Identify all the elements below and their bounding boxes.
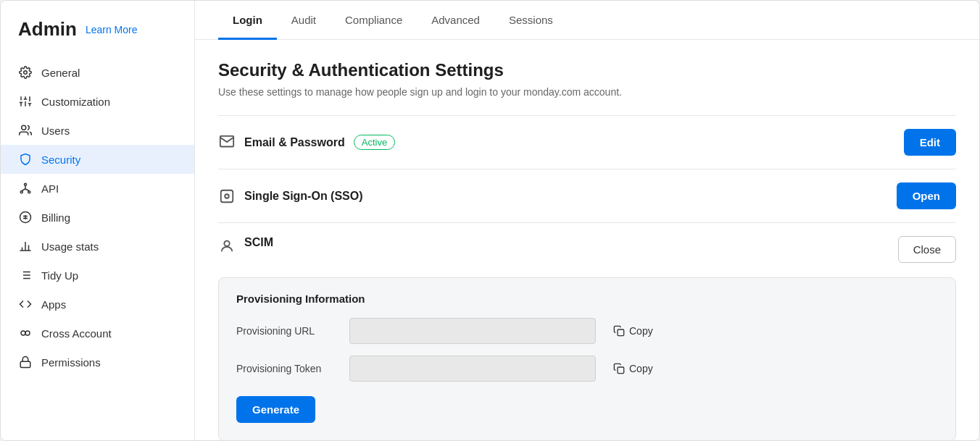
code-icon [18,297,33,311]
sidebar-item-permissions[interactable]: Permissions [1,348,194,377]
users-icon [18,123,33,138]
page-title: Security & Authentication Settings [218,60,956,80]
scim-icon [218,238,236,255]
sidebar-item-label-cross-account: Cross Account [41,327,112,340]
sidebar-header: Admin Learn More [1,18,194,58]
page-subtitle: Use these settings to manage how people … [218,86,956,98]
copy-token-button[interactable]: Copy [607,360,659,377]
tabs-bar: Login Audit Compliance Advanced Sessions [195,1,979,40]
sidebar-item-customization[interactable]: Customization [1,87,194,116]
svg-point-11 [25,183,27,185]
svg-point-31 [21,331,25,335]
main-content: Login Audit Compliance Advanced Sessions… [195,1,979,440]
svg-point-32 [25,331,30,335]
sidebar-item-label-billing: Billing [41,211,70,224]
svg-point-13 [28,191,30,193]
sliders-icon [18,94,33,109]
sidebar-item-label-users: Users [41,125,70,137]
open-button[interactable]: Open [897,182,956,209]
provisioning-token-label: Provisioning Token [236,363,338,374]
sidebar-item-label-general: General [41,67,80,79]
svg-rect-38 [618,367,624,374]
sidebar-nav: General Customization Users [1,58,194,377]
sidebar-item-label-tidy-up: Tidy Up [41,269,78,282]
svg-rect-35 [221,190,233,202]
api-icon [18,181,33,196]
sidebar-item-label-api: API [41,182,59,195]
tidy-icon [18,268,33,282]
tab-sessions[interactable]: Sessions [494,1,568,40]
sidebar-item-security[interactable]: Security [1,145,194,174]
active-badge: Active [354,135,395,150]
sidebar-item-label-apps: Apps [41,298,66,311]
tab-compliance[interactable]: Compliance [331,1,417,40]
cross-account-icon [18,326,33,340]
section-scim: SCIM Close Provisioning Information Prov… [218,222,956,440]
sidebar-item-label-permissions: Permissions [41,356,101,369]
tab-advanced[interactable]: Advanced [417,1,494,40]
sidebar-item-label-usage-stats: Usage stats [41,240,99,253]
scim-panel: Provisioning Information Provisioning UR… [218,277,956,440]
sidebar-item-general[interactable]: General [1,58,194,87]
provisioning-info-title: Provisioning Information [236,293,938,305]
learn-more-link[interactable]: Learn More [86,24,138,35]
shield-icon [18,152,33,167]
close-button[interactable]: Close [898,236,956,263]
email-password-icon [218,134,236,151]
svg-point-36 [224,241,229,246]
email-password-title: Email & Password Active [244,135,904,150]
sso-title: Single Sign-On (SSO) [244,190,897,203]
sidebar-item-label-customization: Customization [41,96,110,108]
lock-icon [18,355,33,369]
svg-line-16 [25,189,29,191]
admin-title: Admin [18,18,77,41]
content-area: Security & Authentication Settings Use t… [195,40,979,440]
copy-icon [613,325,625,337]
svg-line-15 [22,189,25,191]
sidebar-item-apps[interactable]: Apps [1,290,194,319]
sidebar-item-tidy-up[interactable]: Tidy Up [1,261,194,290]
svg-rect-37 [618,329,624,336]
sidebar: Admin Learn More General [1,1,195,440]
sidebar-item-cross-account[interactable]: Cross Account [1,319,194,348]
section-sso: Single Sign-On (SSO) Open [218,169,956,222]
sidebar-item-label-security: Security [41,154,80,166]
provisioning-token-input[interactable] [349,356,596,382]
sidebar-item-api[interactable]: API [1,174,194,203]
tab-login[interactable]: Login [218,1,277,40]
svg-point-10 [22,125,26,130]
svg-point-34 [225,194,229,198]
sidebar-item-usage-stats[interactable]: Usage stats [1,232,194,261]
bar-chart-icon [18,239,33,253]
provisioning-url-input[interactable] [349,318,596,344]
edit-button[interactable]: Edit [904,129,956,156]
sso-icon [218,188,236,205]
copy-icon-2 [613,363,625,374]
provisioning-url-row: Provisioning URL Copy [236,318,938,344]
provisioning-url-label: Provisioning URL [236,325,338,337]
svg-point-0 [24,71,28,75]
svg-point-12 [20,191,22,193]
sidebar-item-users[interactable]: Users [1,116,194,145]
copy-url-button[interactable]: Copy [607,322,659,340]
provisioning-token-row: Provisioning Token Copy [236,356,938,382]
tab-audit[interactable]: Audit [277,1,331,40]
svg-rect-33 [20,361,30,367]
dollar-icon [18,210,33,224]
sidebar-item-billing[interactable]: Billing [1,203,194,232]
generate-button[interactable]: Generate [236,396,315,423]
scim-title: SCIM [244,236,898,249]
section-email-password: Email & Password Active Edit [218,115,956,169]
gear-icon [18,65,33,80]
